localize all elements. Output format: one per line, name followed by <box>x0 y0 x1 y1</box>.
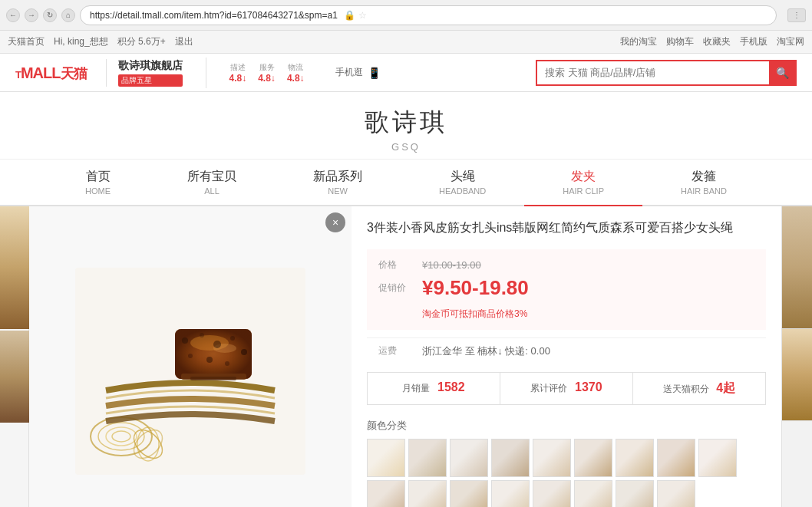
shipping-row: 运费 浙江金华 至 楠林↓ 快递: 0.00 <box>367 337 766 364</box>
right-photo-1 <box>782 206 812 329</box>
home-button[interactable]: ⌂ <box>61 8 75 22</box>
nav-new-cn: 新品系列 <box>313 169 362 185</box>
original-price: ¥10.00-19.00 <box>422 259 481 271</box>
left-side-panel <box>0 206 29 507</box>
promo-price-value: ¥9.50-19.80 <box>422 276 529 299</box>
store-header: TMALL天猫 歌诗琪旗舰店 品牌五星 描述 4.8↓ 服务 4.8↓ 物流 4… <box>0 54 812 92</box>
store-ratings: 描述 4.8↓ 服务 4.8↓ 物流 4.8↓ <box>229 62 305 84</box>
svg-point-17 <box>230 336 235 341</box>
svg-point-16 <box>213 341 221 348</box>
nav-new-en: NEW <box>328 186 348 196</box>
color-thumb-r4[interactable] <box>616 480 654 507</box>
points-stat: 送天猫积分 4起 <box>633 373 765 404</box>
product-image <box>60 252 321 490</box>
store-badge: 品牌五星 <box>118 74 183 87</box>
search-input[interactable] <box>537 67 769 78</box>
menu-button[interactable]: ⋮ <box>787 8 806 22</box>
product-image-area: × <box>29 206 352 507</box>
svg-point-14 <box>182 337 188 344</box>
nav-tmall-home[interactable]: 天猫首页 <box>8 35 45 48</box>
reviews-stat[interactable]: 累计评价 1370 <box>500 373 633 404</box>
color-thumb-6[interactable] <box>574 439 612 477</box>
color-thumb-11[interactable] <box>408 480 447 507</box>
color-thumb-12[interactable] <box>450 480 488 507</box>
url-icons: 🔒 ☆ <box>344 10 367 21</box>
nav-hairclip-cn: 发夹 <box>571 169 596 185</box>
nav-taobao[interactable]: 淘宝网 <box>777 35 804 48</box>
nav-points: 积分 5.6万+ <box>117 35 166 48</box>
url-bar[interactable]: https://detail.tmall.com/item.htm?id=617… <box>80 5 777 25</box>
nav-cart[interactable]: 购物车 <box>666 35 694 48</box>
color-thumb-r3[interactable] <box>574 480 612 507</box>
nav-home[interactable]: 首页 HOME <box>47 160 149 206</box>
store-name-block: 歌诗琪旗舰店 品牌五星 <box>106 59 183 87</box>
nav-hairband[interactable]: 发箍 HAIR BAND <box>642 160 765 206</box>
shipping-label: 运费 <box>378 344 413 357</box>
nav-logout[interactable]: 退出 <box>175 35 193 48</box>
url-text: https://detail.tmall.com/item.htm?id=617… <box>90 10 338 21</box>
color-thumb-r1[interactable] <box>491 480 530 507</box>
nav-headband-cn: 头绳 <box>451 169 475 185</box>
category-nav: 首页 HOME 所有宝贝 ALL 新品系列 NEW 头绳 HEADBAND 发夹… <box>0 160 812 206</box>
nav-hairband-en: HAIR BAND <box>681 186 727 196</box>
promo-price: ¥9.50-19.80 <box>422 276 529 300</box>
lock-icon: 🔒 <box>344 10 355 21</box>
product-title: 3件装小香风皮筋女扎头ins韩版网红简约气质森系可爱百搭少女头绳 <box>367 218 766 238</box>
color-thumb-1[interactable] <box>367 439 405 477</box>
back-button[interactable]: ← <box>6 8 20 22</box>
color-thumb-3[interactable] <box>450 439 488 477</box>
price-section: 价格 ¥10.00-19.00 促销价 ¥9.50-19.80 淘金币可抵扣商品… <box>367 249 766 330</box>
nav-headband[interactable]: 头绳 HEADBAND <box>401 160 524 206</box>
nav-hairband-cn: 发箍 <box>692 169 716 185</box>
svg-point-20 <box>206 357 213 363</box>
color-thumb-r5[interactable] <box>657 480 695 507</box>
shipping-info[interactable]: 浙江金华 至 楠林↓ 快递: 0.00 <box>422 344 550 358</box>
color-thumb-4[interactable] <box>491 439 530 477</box>
mobile-icon: 📱 <box>368 67 381 79</box>
main-content: × <box>0 206 812 507</box>
rating-shipping: 物流 4.8↓ <box>287 62 305 84</box>
search-box: 🔍 <box>536 60 797 86</box>
search-area: 🔍 <box>396 60 797 86</box>
nav-new[interactable]: 新品系列 NEW <box>275 160 401 206</box>
mobile-service[interactable]: 手机逛 📱 <box>335 66 381 79</box>
product-details: 3件装小香风皮筋女扎头ins韩版网红简约气质森系可爱百搭少女头绳 价格 ¥10.… <box>352 206 781 507</box>
promo-price-row: 促销价 ¥9.50-19.80 <box>378 276 754 300</box>
tmall-top-bar: 天猫首页 Hi, king_想想 积分 5.6万+ 退出 我的淘宝 购物车 收藏… <box>0 31 812 54</box>
color-thumb-8[interactable] <box>657 439 695 477</box>
search-button[interactable]: 🔍 <box>769 60 795 86</box>
promo-note[interactable]: 淘金币可抵扣商品价格3% <box>378 305 754 321</box>
nav-headband-en: HEADBAND <box>439 186 486 196</box>
promo-label: 促销价 <box>378 281 413 295</box>
svg-rect-13 <box>190 377 236 380</box>
browser-chrome: ← → ↻ ⌂ https://detail.tmall.com/item.ht… <box>0 0 812 31</box>
store-name[interactable]: 歌诗琪旗舰店 <box>118 59 183 73</box>
left-panel-img-1 <box>0 206 29 329</box>
color-thumb-9[interactable] <box>698 439 737 477</box>
color-thumbnails <box>367 439 766 507</box>
color-thumb-r2[interactable] <box>533 480 571 507</box>
brand-name-en: GSQ <box>0 141 812 153</box>
color-thumb-7[interactable] <box>616 439 654 477</box>
close-button[interactable]: × <box>325 212 345 232</box>
forward-button[interactable]: → <box>25 8 38 22</box>
monthly-sales-label: 月销量 <box>402 383 430 393</box>
refresh-button[interactable]: ↻ <box>43 8 57 22</box>
mobile-service-label: 手机逛 <box>335 66 363 79</box>
nav-greeting: Hi, king_想想 <box>54 35 108 48</box>
nav-hairclip[interactable]: 发夹 HAIR CLIP <box>524 160 642 206</box>
nav-home-cn: 首页 <box>86 169 111 185</box>
nav-all[interactable]: 所有宝贝 ALL <box>149 160 275 206</box>
color-thumb-10[interactable] <box>367 480 405 507</box>
brand-area: 歌诗琪 GSQ <box>0 92 812 160</box>
nav-all-en: ALL <box>204 186 220 196</box>
nav-favorites[interactable]: 收藏夹 <box>703 35 731 48</box>
color-section: 颜色分类 <box>367 413 766 507</box>
nav-mobile[interactable]: 手机版 <box>740 35 767 48</box>
top-nav-left: 天猫首页 Hi, king_想想 积分 5.6万+ 退出 <box>8 35 620 48</box>
star-icon[interactable]: ☆ <box>358 10 367 21</box>
color-thumb-5[interactable] <box>533 439 571 477</box>
monthly-sales-value: 1582 <box>437 380 465 393</box>
nav-my-taobao[interactable]: 我的淘宝 <box>620 35 657 48</box>
color-thumb-2[interactable] <box>408 439 447 477</box>
